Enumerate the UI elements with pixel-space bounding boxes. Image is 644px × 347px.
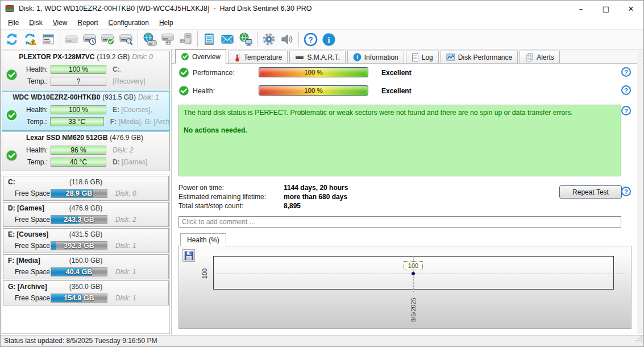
partition-card-g[interactable]: G: [Archive](350.0 GB) Free Space 154.9 …	[3, 280, 169, 305]
window-title: Disk: 1, WDC WD10EZRZ-00HTKB0 [WD-WCC4J5…	[19, 5, 311, 13]
disk-number: Disk: 1	[138, 93, 159, 101]
repeat-test-help-icon[interactable]: ?	[621, 187, 631, 196]
comment-input[interactable]	[178, 216, 621, 228]
temperature-bar: ?	[51, 77, 106, 86]
performance-help-icon[interactable]: ?	[621, 67, 631, 77]
menu-configuration[interactable]: Configuration	[103, 18, 154, 28]
health-ok-icon	[6, 109, 18, 121]
toolbar-separator	[197, 31, 198, 47]
mail-icon[interactable]	[218, 31, 236, 48]
free-space-bar: 243.3 GB	[51, 215, 107, 224]
menu-disk[interactable]: Disk	[24, 18, 47, 28]
menu-help[interactable]: Help	[154, 18, 178, 28]
main-panel: Overview Temperature S.M.A.R.T. i Inform…	[172, 49, 643, 335]
disk-size: (119.2 GB)	[97, 53, 130, 61]
disk-size: (931.5 GB)	[102, 93, 136, 101]
partition-disk-number: Disk: 2	[115, 216, 136, 224]
disk-sidebar: PLEXTOR PX-128M7VC(119.2 GB)Disk: 0 Heal…	[1, 49, 172, 335]
notes-icon[interactable]	[200, 31, 218, 48]
svg-text:i: i	[327, 35, 330, 44]
sound-speaker-icon[interactable]	[278, 31, 296, 48]
health-bar: 100 %	[51, 65, 106, 74]
toolbar-separator	[60, 31, 60, 47]
temperature-bar: 40 °C	[51, 158, 106, 167]
detail-value: 1144 days, 20 hours	[284, 184, 348, 192]
health-bar: 100 %	[259, 85, 368, 96]
disk-detect-icon[interactable]	[63, 31, 81, 48]
partition-card-e[interactable]: E: [Courses](431.5 GB) Free Space 392.3 …	[3, 228, 169, 253]
check-circle-icon	[181, 52, 189, 61]
help-icon[interactable]: ?	[301, 31, 319, 48]
performance-ok-icon	[178, 67, 189, 78]
disk-name: WDC WD10EZRZ-00HTKB0	[13, 93, 100, 101]
data-point-label: 100	[404, 261, 423, 270]
partition-name: C:	[8, 178, 15, 186]
partition-card-f[interactable]: F: [Media](150.0 GB) Free Space 40.4 GB …	[3, 254, 169, 279]
disk-accept-icon[interactable]	[99, 31, 117, 48]
settings-gear-icon[interactable]	[260, 31, 278, 48]
status-help-icon[interactable]: ?	[621, 106, 631, 115]
partition-card-c[interactable]: C:(118.6 GB) Free Space 28.9 GB Disk: 0	[3, 176, 169, 201]
refresh-icon[interactable]	[3, 31, 21, 48]
save-graph-button[interactable]	[182, 249, 195, 262]
health-ok-icon	[178, 85, 189, 96]
partition-name: G: [Archive]	[8, 283, 47, 291]
health-ok-icon	[6, 150, 18, 162]
overview-panel: Performance: 100 % Excellent ? Health: 1…	[172, 49, 643, 335]
disk-card-plextor[interactable]: PLEXTOR PX-128M7VC(119.2 GB)Disk: 0 Heal…	[2, 51, 170, 90]
partition-disk-number: Disk: 1	[115, 294, 136, 302]
repeat-test-button[interactable]: Repeat Test	[559, 185, 622, 199]
disk-number: Disk: 0	[132, 53, 153, 61]
status-text: Status last updated: 8/5/2025 Tuesday 9:…	[4, 337, 157, 345]
minimize-button[interactable]: –	[568, 1, 593, 16]
free-space-bar: 40.4 GB	[51, 267, 107, 276]
gridline-horizontal	[213, 274, 624, 274]
detail-label: Estimated remaining lifetime:	[178, 193, 266, 201]
disk-card-lexar[interactable]: Lexar SSD NM620 512GB(476.9 GB) Health: …	[2, 131, 170, 171]
status-message-line2: No actions needed.	[184, 126, 616, 134]
toolbar-separator	[138, 31, 138, 47]
disk-card-wdc[interactable]: WDC WD10EZRZ-00HTKB0(931.5 GB)Disk: 1 He…	[2, 91, 170, 131]
detail-value: 8,895	[284, 202, 301, 210]
usb-disk-icon[interactable]	[159, 31, 177, 48]
partition-disk-number: Disk: 0	[115, 189, 136, 197]
health-label: Health:	[193, 87, 215, 95]
network-share-icon[interactable]	[236, 31, 255, 48]
menu-report[interactable]: Report	[73, 18, 103, 28]
status-message-line1: The hard disk status is PERFECT. Problem…	[184, 109, 616, 117]
performance-rating: Excellent	[381, 69, 412, 77]
network-disk-icon[interactable]	[140, 31, 159, 48]
disk-clock-icon[interactable]	[81, 31, 99, 48]
health-graph-tab[interactable]: Health (%)	[180, 233, 226, 246]
window-controls: – □ ✕	[568, 1, 643, 16]
menu-bar: File Disk View Report Configuration Help	[1, 16, 643, 29]
partition-list: C:(118.6 GB) Free Space 28.9 GB Disk: 0 …	[2, 175, 170, 334]
tab-overview[interactable]: Overview	[175, 49, 226, 64]
menu-view[interactable]: View	[48, 18, 73, 28]
detail-value: more than 680 days	[284, 193, 347, 201]
partition-disk-number: Disk: 1	[115, 268, 136, 276]
disk-search-icon[interactable]	[117, 31, 135, 48]
app-window: Disk: 1, WDC WD10EZRZ-00HTKB0 [WD-WCC4J5…	[0, 0, 644, 347]
performance-label: Performance:	[193, 69, 235, 77]
free-space-bar: 392.3 GB	[51, 241, 107, 250]
toolbar: ? i	[1, 29, 643, 49]
plugin-disk-icon[interactable]	[177, 31, 195, 48]
resize-grip-icon[interactable]	[635, 334, 642, 345]
disk-name: PLEXTOR PX-128M7VC	[19, 53, 94, 61]
x-axis-tick-label: 8/5/2025	[410, 293, 417, 327]
refresh-warning-icon[interactable]	[21, 31, 39, 48]
partition-card-d[interactable]: D: [Games](476.9 GB) Free Space 243.3 GB…	[3, 202, 169, 227]
free-space-bar: 154.9 GB	[51, 294, 107, 303]
report-window-icon[interactable]	[39, 31, 57, 48]
detail-label: Total start/stop count:	[178, 202, 243, 210]
health-help-icon[interactable]: ?	[621, 85, 631, 95]
close-button[interactable]: ✕	[618, 1, 643, 16]
health-graph: 100 100 8/5/2025	[178, 246, 631, 329]
main-area: PLEXTOR PX-128M7VC(119.2 GB)Disk: 0 Heal…	[1, 49, 643, 335]
menu-file[interactable]: File	[3, 18, 24, 28]
info-icon[interactable]: i	[319, 31, 338, 48]
toolbar-separator	[257, 31, 257, 47]
maximize-button[interactable]: □	[593, 1, 618, 16]
svg-text:?: ?	[308, 35, 313, 44]
